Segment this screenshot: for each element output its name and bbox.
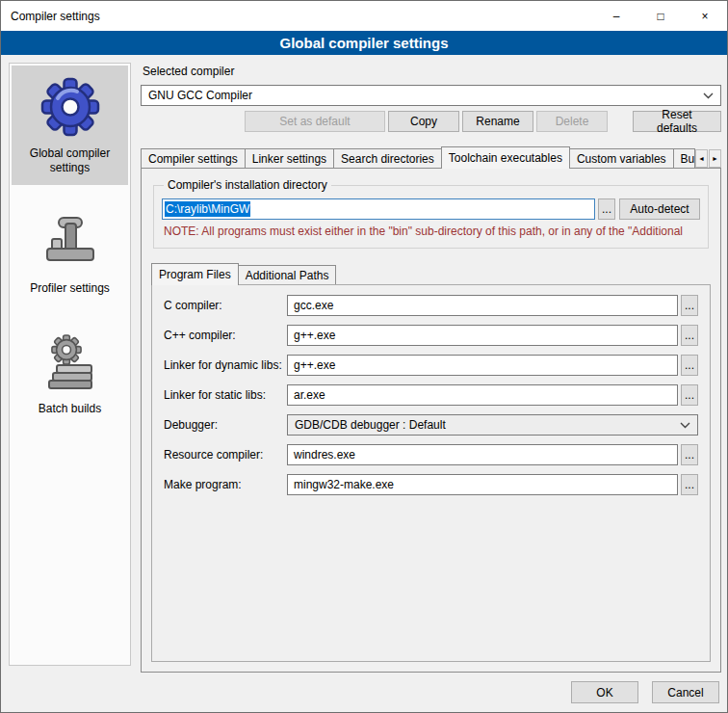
static-linker-browse-button[interactable]: ... <box>681 384 698 406</box>
programs-subtabbar: Program Files Additional Paths <box>151 262 713 284</box>
resource-compiler-browse-button[interactable]: ... <box>681 444 698 465</box>
field-label: C++ compiler: <box>164 329 287 342</box>
field-label: C compiler: <box>164 299 287 312</box>
tab-build-options[interactable]: Buil <box>673 148 695 168</box>
field-row-resource-compiler: Resource compiler: windres.exe ... <box>164 444 698 465</box>
tab-scroll-left-icon[interactable]: ◄ <box>695 149 708 168</box>
sidebar-item-label: Batch builds <box>39 402 101 416</box>
sidebar-item-label: Global compiler settings <box>13 146 126 175</box>
cpp-compiler-input[interactable]: g++.exe <box>287 325 678 346</box>
set-as-default-button: Set as default <box>245 111 385 132</box>
installation-directory-row: C:\raylib\MinGW ... Auto-detect <box>162 198 700 220</box>
sidebar-item-label: Profiler settings <box>30 281 110 296</box>
debugger-select-value: GDB/CDB debugger : Default <box>295 418 446 432</box>
tab-scroll-right-icon[interactable]: ► <box>709 149 721 168</box>
rename-button[interactable]: Rename <box>462 111 533 132</box>
sidebar-item-profiler-settings[interactable]: Profiler settings <box>12 200 128 305</box>
sidebar-item-batch-builds[interactable]: Batch builds <box>12 321 128 426</box>
field-row-dynamic-linker: Linker for dynamic libs: g++.exe ... <box>164 355 698 376</box>
window-title: Compiler settings <box>1 10 100 23</box>
minimize-button[interactable]: – <box>594 1 638 31</box>
debugger-select[interactable]: GDB/CDB debugger : Default <box>287 414 698 436</box>
make-program-input[interactable]: mingw32-make.exe <box>287 474 678 495</box>
installation-directory-browse-button[interactable]: ... <box>598 198 615 220</box>
copy-button[interactable]: Copy <box>388 111 459 132</box>
maximize-button[interactable]: □ <box>638 1 683 31</box>
cpp-compiler-browse-button[interactable]: ... <box>681 325 698 346</box>
gear-icon <box>39 75 101 137</box>
make-program-browse-button[interactable]: ... <box>681 474 698 495</box>
sidebar-item-global-compiler-settings[interactable]: Global compiler settings <box>12 66 128 185</box>
window-controls: – □ × <box>594 1 727 31</box>
dialog-footer: OK Cancel <box>571 681 719 703</box>
installation-directory-value: C:\raylib\MinGW <box>165 201 250 217</box>
settings-category-sidebar: Global compiler settings Profiler settin… <box>9 63 131 666</box>
page-title: Global compiler settings <box>1 31 727 55</box>
batch-gear-stack-icon <box>39 330 101 392</box>
installation-directory-legend: Compiler's installation directory <box>164 178 331 192</box>
delete-button: Delete <box>536 111 608 132</box>
program-files-page: C compiler: gcc.exe ... C++ compiler: g+… <box>151 284 711 662</box>
compiler-select[interactable]: GNU GCC Compiler <box>141 85 721 106</box>
compiler-settings-window: Compiler settings – □ × Global compiler … <box>0 0 728 713</box>
chevron-down-icon <box>703 92 714 99</box>
settings-tabbar: Compiler settings Linker settings Search… <box>141 145 721 168</box>
field-label: Resource compiler: <box>164 448 287 462</box>
bin-subdirectory-note: NOTE: All programs must exist either in … <box>164 224 700 238</box>
field-label: Linker for static libs: <box>164 388 287 402</box>
field-label: Make program: <box>164 478 287 491</box>
c-compiler-input[interactable]: gcc.exe <box>287 295 678 316</box>
selected-compiler-label: Selected compiler <box>143 65 721 79</box>
field-row-debugger: Debugger: GDB/CDB debugger : Default <box>164 414 698 436</box>
field-row-c-compiler: C compiler: gcc.exe ... <box>164 295 698 316</box>
cancel-button[interactable]: Cancel <box>652 681 719 703</box>
main-panel: Selected compiler GNU GCC Compiler Set a… <box>141 63 721 673</box>
close-button[interactable]: × <box>683 1 727 31</box>
tab-linker-settings[interactable]: Linker settings <box>245 148 334 168</box>
compiler-actions: Set as default Copy Rename Delete Reset … <box>141 111 721 132</box>
field-label: Debugger: <box>164 418 287 432</box>
static-linker-input[interactable]: ar.exe <box>287 384 678 406</box>
tab-search-directories[interactable]: Search directories <box>333 148 442 168</box>
resource-compiler-input[interactable]: windres.exe <box>287 444 678 465</box>
auto-detect-button[interactable]: Auto-detect <box>619 198 700 220</box>
tab-toolchain-executables[interactable]: Toolchain executables <box>441 146 570 169</box>
compiler-select-value: GNU GCC Compiler <box>148 89 252 102</box>
chevron-down-icon <box>680 422 690 429</box>
reset-defaults-button[interactable]: Reset defaults <box>633 111 721 132</box>
tab-custom-variables[interactable]: Custom variables <box>569 148 674 168</box>
field-row-make-program: Make program: mingw32-make.exe ... <box>164 474 698 495</box>
titlebar[interactable]: Compiler settings – □ × <box>1 1 727 31</box>
c-compiler-browse-button[interactable]: ... <box>681 295 698 316</box>
tab-compiler-settings[interactable]: Compiler settings <box>141 148 246 168</box>
profiler-tool-icon <box>39 210 101 272</box>
field-label: Linker for dynamic libs: <box>164 358 287 372</box>
installation-directory-input[interactable]: C:\raylib\MinGW <box>162 198 595 220</box>
field-row-cpp-compiler: C++ compiler: g++.exe ... <box>164 325 698 346</box>
toolchain-executables-page: Compiler's installation directory C:\ray… <box>141 168 721 673</box>
field-row-static-linker: Linker for static libs: ar.exe ... <box>164 384 698 406</box>
subtab-program-files[interactable]: Program Files <box>151 263 239 285</box>
dynamic-linker-input[interactable]: g++.exe <box>287 355 678 376</box>
ok-button[interactable]: OK <box>571 681 638 703</box>
dynamic-linker-browse-button[interactable]: ... <box>681 355 698 376</box>
subtab-additional-paths[interactable]: Additional Paths <box>238 265 337 284</box>
installation-directory-groupbox: Compiler's installation directory C:\ray… <box>153 178 709 249</box>
tab-scroll-buttons: ◄ ► <box>695 148 721 168</box>
